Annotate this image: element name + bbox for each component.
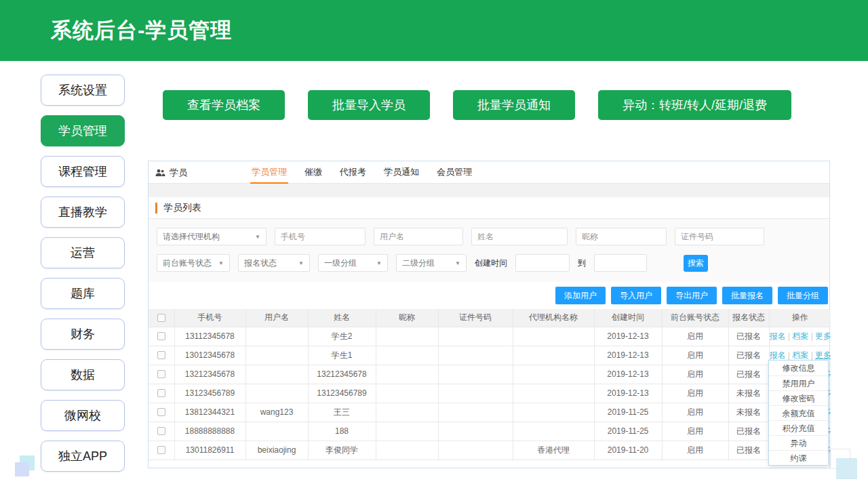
nickname-filter-input[interactable]	[576, 228, 667, 245]
chevron-down-icon: ▼	[376, 260, 382, 266]
bulk-button[interactable]: 导出用户	[667, 287, 717, 304]
row-checkbox[interactable]	[157, 332, 165, 340]
cell-username	[245, 365, 308, 384]
name-filter-input[interactable]	[471, 228, 568, 245]
menu-item-异动[interactable]: 异动	[769, 435, 828, 450]
menu-item-修改密码[interactable]: 修改密码	[769, 390, 828, 405]
cell-username	[245, 422, 308, 441]
sidebar-item-题库[interactable]: 题库	[41, 278, 125, 309]
bulk-button[interactable]: 批量分组	[778, 287, 828, 304]
quick-action-button[interactable]: 异动：转班/转人/延期/退费	[598, 90, 791, 120]
bulk-button[interactable]: 添加用户	[555, 287, 606, 304]
quick-action-button[interactable]: 批量学员通知	[453, 90, 575, 120]
chevron-down-icon: ▼	[298, 260, 304, 266]
op-link-更多[interactable]: 更多	[815, 350, 831, 360]
cell-status: 启用	[662, 365, 728, 384]
sidebar-item-微网校[interactable]: 微网校	[41, 400, 125, 431]
cell-status: 启用	[662, 384, 728, 403]
tab-催缴[interactable]: 催缴	[303, 161, 323, 184]
decor-square-cyan-right	[836, 458, 857, 479]
sidebar-item-学员管理[interactable]: 学员管理	[41, 115, 125, 146]
panel-header: 学员 学员管理催缴代报考学员通知会员管理	[149, 161, 829, 184]
cell-phone: 13012345678	[174, 346, 245, 365]
menu-item-积分充值[interactable]: 积分充值	[769, 420, 828, 435]
cell-id_number	[438, 384, 513, 403]
cell-phone: 18888888888	[174, 422, 245, 441]
link-separator: |	[786, 350, 793, 360]
sidebar-item-直播教学[interactable]: 直播教学	[41, 197, 125, 228]
idnumber-filter-input[interactable]	[675, 228, 764, 245]
cell-status: 启用	[662, 422, 728, 441]
cell-signup-status: 未报名	[728, 384, 769, 403]
username-filter-input[interactable]	[374, 228, 463, 245]
row-checkbox[interactable]	[157, 389, 165, 397]
op-link-档案[interactable]: 档案	[792, 331, 808, 341]
tab-会员管理[interactable]: 会员管理	[435, 161, 473, 184]
tab-学员管理[interactable]: 学员管理	[250, 161, 288, 184]
cell-id_number	[438, 422, 513, 441]
phone-filter-input[interactable]	[275, 228, 366, 245]
op-link-档案[interactable]: 档案	[792, 350, 808, 360]
chevron-down-icon: ▼	[455, 260, 460, 266]
account-status-select[interactable]: 前台账号状态 ▼	[157, 254, 230, 272]
sidebar-item-独立APP[interactable]: 独立APP	[41, 441, 125, 472]
create-time-end-input[interactable]	[594, 254, 647, 272]
sidebar-item-财务[interactable]: 财务	[41, 319, 125, 350]
row-checkbox[interactable]	[157, 351, 165, 359]
group1-select[interactable]: 一级分组 ▼	[318, 254, 388, 272]
sidebar-item-系统设置[interactable]: 系统设置	[41, 75, 125, 106]
signup-status-select[interactable]: 报名状态 ▼	[238, 254, 310, 272]
cell-nickname	[376, 346, 438, 365]
students-icon	[155, 169, 165, 177]
op-link-报名[interactable]: 报名	[770, 331, 786, 341]
table-row: 13812344321wang123王三2019-11-25启用未报名报名 | …	[149, 403, 831, 422]
row-checkbox-cell	[149, 365, 174, 384]
cell-created: 2019-12-13	[594, 384, 662, 403]
section-title-bar	[155, 203, 157, 214]
sidebar-item-数据[interactable]: 数据	[41, 359, 125, 390]
tab-代报考[interactable]: 代报考	[338, 161, 368, 184]
cell-username	[245, 384, 308, 403]
quick-action-button[interactable]: 查看学员档案	[163, 90, 285, 120]
section-title-label: 学员列表	[163, 202, 201, 214]
header-checkbox-cell	[149, 309, 174, 327]
group2-placeholder: 二级分组	[402, 258, 435, 269]
bulk-button[interactable]: 导入用户	[611, 287, 661, 304]
op-link-更多[interactable]: 更多	[815, 331, 831, 341]
cell-agency	[513, 346, 594, 365]
menu-item-禁用用户[interactable]: 禁用用户	[769, 375, 828, 390]
row-checkbox[interactable]	[157, 427, 165, 435]
menu-item-修改信息[interactable]: 修改信息	[769, 361, 828, 375]
row-checkbox[interactable]	[157, 408, 165, 416]
column-header: 前台账号状态	[662, 309, 728, 327]
sidebar-item-运营[interactable]: 运营	[41, 237, 125, 268]
menu-item-约课[interactable]: 约课	[769, 450, 828, 465]
quick-action-button[interactable]: 批量导入学员	[308, 90, 430, 120]
agency-select[interactable]: 请选择代理机构 ▼	[157, 228, 267, 245]
cell-name: 13123456789	[308, 384, 376, 403]
tab-学员通知[interactable]: 学员通知	[382, 161, 420, 184]
group2-select[interactable]: 二级分组 ▼	[396, 254, 467, 272]
cell-created: 2019-11-25	[594, 422, 662, 441]
table-header-row: 手机号用户名姓名昵称证件号码代理机构名称创建时间前台账号状态报名状态操作	[149, 309, 831, 327]
cell-name: 13212345678	[308, 365, 376, 384]
panel-tabs: 学员管理催缴代报考学员通知会员管理	[250, 161, 473, 184]
op-link-报名[interactable]: 报名	[770, 350, 786, 360]
column-header: 姓名	[308, 309, 376, 327]
search-button[interactable]: 搜索	[684, 255, 708, 272]
select-all-checkbox[interactable]	[157, 314, 165, 322]
row-checkbox[interactable]	[157, 446, 165, 454]
panel-title-label: 学员	[170, 167, 187, 179]
bulk-button[interactable]: 批量报名	[722, 287, 772, 304]
sidebar-item-课程管理[interactable]: 课程管理	[41, 156, 125, 187]
more-actions-dropdown: 修改信息禁用用户修改密码余额充值积分充值异动约课	[768, 360, 829, 466]
cell-phone: 13812344321	[174, 403, 245, 422]
cell-nickname	[376, 441, 438, 460]
column-header: 操作	[769, 309, 831, 327]
menu-item-余额充值[interactable]: 余额充值	[769, 405, 828, 420]
create-time-start-input[interactable]	[515, 254, 570, 272]
cell-agency	[513, 365, 594, 384]
quick-actions: 查看学员档案批量导入学员批量学员通知异动：转班/转人/延期/退费	[163, 90, 791, 120]
row-checkbox[interactable]	[157, 370, 165, 378]
filter-row-1: 请选择代理机构 ▼	[157, 228, 821, 245]
